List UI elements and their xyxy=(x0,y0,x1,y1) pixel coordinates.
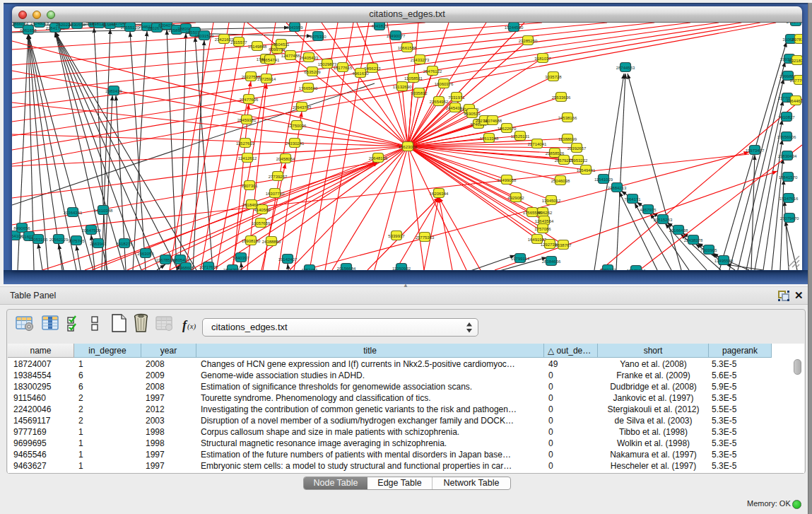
svg-text:24388850: 24388850 xyxy=(262,240,281,244)
svg-text:3075745: 3075745 xyxy=(68,239,85,243)
svg-text:20647509: 20647509 xyxy=(82,228,101,233)
svg-text:22053165: 22053165 xyxy=(29,238,48,242)
svg-text:16908100: 16908100 xyxy=(242,239,261,243)
svg-text:15953222: 15953222 xyxy=(569,158,588,163)
svg-text:6535209: 6535209 xyxy=(304,70,321,74)
svg-text:17565588: 17565588 xyxy=(523,211,542,215)
svg-text:22438378: 22438378 xyxy=(684,238,703,243)
svg-text:4457975: 4457975 xyxy=(640,208,657,212)
svg-text:2978182: 2978182 xyxy=(792,37,802,42)
svg-text:25533636: 25533636 xyxy=(552,95,571,100)
svg-text:10057659: 10057659 xyxy=(252,221,271,226)
svg-text:18841570: 18841570 xyxy=(779,175,798,180)
svg-text:20156684: 20156684 xyxy=(337,267,356,271)
svg-text:25775363: 25775363 xyxy=(416,235,435,240)
svg-text:2563055: 2563055 xyxy=(137,252,154,256)
svg-text:8418275: 8418275 xyxy=(116,242,133,246)
svg-text:24330241: 24330241 xyxy=(286,141,305,146)
svg-text:8321837: 8321837 xyxy=(789,59,802,63)
svg-text:26777621: 26777621 xyxy=(790,78,802,83)
svg-text:9190519: 9190519 xyxy=(464,112,481,116)
svg-text:6638767: 6638767 xyxy=(555,243,572,247)
svg-text:27477606: 27477606 xyxy=(240,98,259,102)
svg-text:16491923: 16491923 xyxy=(528,238,547,242)
svg-text:7910827: 7910827 xyxy=(778,115,795,119)
svg-text:7064171: 7064171 xyxy=(624,197,641,201)
svg-text:10717675: 10717675 xyxy=(199,265,218,269)
svg-text:25046038: 25046038 xyxy=(551,179,570,183)
svg-text:24894472: 24894472 xyxy=(787,23,802,24)
svg-text:9335812: 9335812 xyxy=(411,91,428,95)
svg-text:23858526: 23858526 xyxy=(546,151,565,156)
svg-text:17613348: 17613348 xyxy=(480,136,499,141)
svg-text:20555120: 20555120 xyxy=(121,25,140,30)
svg-text:5339937: 5339937 xyxy=(388,234,405,238)
svg-text:15029873: 15029873 xyxy=(318,62,337,66)
svg-text:3307301: 3307301 xyxy=(241,184,258,188)
svg-text:2663941: 2663941 xyxy=(90,242,107,246)
svg-text:20648195: 20648195 xyxy=(369,156,388,160)
svg-text:3430558: 3430558 xyxy=(69,23,86,27)
svg-text:26405433: 26405433 xyxy=(300,56,319,60)
svg-text:13945012: 13945012 xyxy=(542,199,561,203)
svg-text:20227559: 20227559 xyxy=(242,75,261,79)
svg-text:4140560: 4140560 xyxy=(254,208,271,212)
svg-text:20166438: 20166438 xyxy=(669,228,688,233)
svg-text:23285250: 23285250 xyxy=(519,39,538,43)
svg-text:3604511: 3604511 xyxy=(273,42,290,47)
svg-text:16623006: 16623006 xyxy=(399,145,418,149)
svg-text:15149848: 15149848 xyxy=(248,45,267,49)
svg-text:11350932: 11350932 xyxy=(392,267,411,271)
svg-text:2983419: 2983419 xyxy=(105,89,122,93)
svg-text:4961630: 4961630 xyxy=(352,71,369,76)
svg-text:12525131: 12525131 xyxy=(511,134,530,139)
svg-text:11074688: 11074688 xyxy=(483,119,502,123)
svg-text:(x): (x) xyxy=(187,322,196,331)
svg-text:3035728: 3035728 xyxy=(545,75,562,79)
svg-text:5840397: 5840397 xyxy=(233,256,249,260)
svg-text:20515263: 20515263 xyxy=(654,218,673,222)
svg-text:29805421: 29805421 xyxy=(171,258,190,262)
svg-text:11527619: 11527619 xyxy=(236,141,255,146)
svg-text:12477488: 12477488 xyxy=(281,54,300,58)
svg-text:11058511: 11058511 xyxy=(404,76,423,81)
svg-text:21433273: 21433273 xyxy=(411,58,430,62)
svg-text:13495588: 13495588 xyxy=(714,259,734,263)
svg-text:20562129: 20562129 xyxy=(49,238,69,242)
svg-text:10661588: 10661588 xyxy=(398,46,417,50)
svg-text:21499058: 21499058 xyxy=(498,178,517,182)
svg-text:5468605: 5468605 xyxy=(177,266,194,270)
svg-text:4952451: 4952451 xyxy=(301,268,318,271)
svg-text:16206344: 16206344 xyxy=(430,192,449,196)
svg-text:4269227: 4269227 xyxy=(599,268,616,271)
svg-text:24538166: 24538166 xyxy=(558,116,577,120)
svg-text:15031529: 15031529 xyxy=(195,34,214,38)
svg-text:10644615: 10644615 xyxy=(787,99,802,103)
svg-text:26654741: 26654741 xyxy=(261,58,280,62)
svg-text:28384656: 28384656 xyxy=(542,259,561,264)
svg-text:20943743: 20943743 xyxy=(293,105,312,110)
svg-text:20392657: 20392657 xyxy=(567,146,587,151)
svg-text:3181037: 3181037 xyxy=(534,57,551,61)
svg-text:17656906: 17656906 xyxy=(777,135,796,139)
svg-text:27654952: 27654952 xyxy=(430,100,449,104)
svg-text:19142407: 19142407 xyxy=(278,257,298,262)
svg-text:20364361: 20364361 xyxy=(64,211,83,215)
svg-text:12412612: 12412612 xyxy=(238,156,257,160)
svg-text:12643564: 12643564 xyxy=(535,219,554,223)
svg-text:4929082: 4929082 xyxy=(507,196,524,200)
svg-text:7031971: 7031971 xyxy=(448,95,465,100)
svg-text:25476122: 25476122 xyxy=(423,69,442,74)
svg-text:6061658: 6061658 xyxy=(20,28,37,33)
svg-text:15244500: 15244500 xyxy=(505,25,524,30)
svg-text:19490077: 19490077 xyxy=(387,34,406,38)
svg-text:9075310: 9075310 xyxy=(310,35,326,39)
svg-text:22714041: 22714041 xyxy=(528,142,547,146)
svg-text:3456213: 3456213 xyxy=(364,66,381,71)
svg-text:4043823: 4043823 xyxy=(371,24,388,28)
svg-text:7303905: 7303905 xyxy=(700,248,717,252)
svg-text:10549441: 10549441 xyxy=(577,168,596,173)
svg-text:12750036: 12750036 xyxy=(288,124,307,128)
svg-text:19799114: 19799114 xyxy=(511,257,530,261)
svg-text:19379254: 19379254 xyxy=(627,269,646,271)
